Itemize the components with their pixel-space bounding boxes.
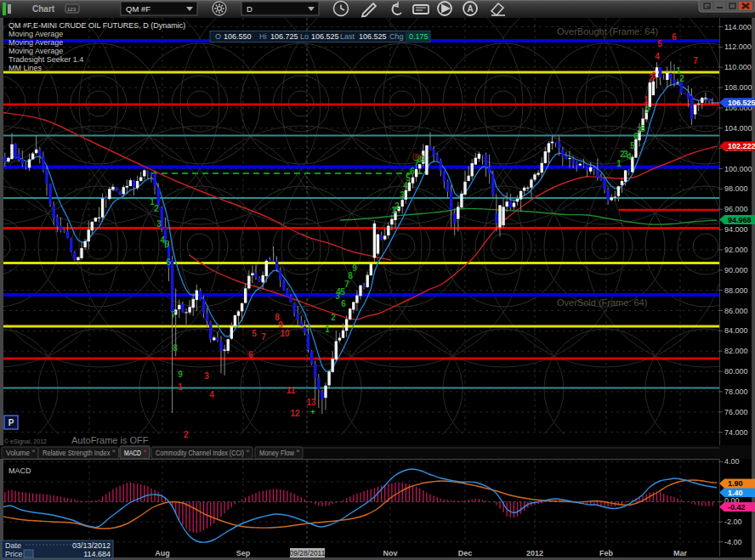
svg-text:9: 9 <box>644 105 650 115</box>
svg-text:-0.42: -0.42 <box>728 503 746 512</box>
svg-text:102.222: 102.222 <box>728 142 755 150</box>
svg-text:Price: Price <box>5 550 23 558</box>
svg-text:Tradesight Seeker 1.4: Tradesight Seeker 1.4 <box>9 55 83 64</box>
svg-text:7: 7 <box>344 280 349 289</box>
svg-text:10: 10 <box>280 329 290 338</box>
svg-text:106.525: 106.525 <box>311 32 339 41</box>
svg-text:104.000: 104.000 <box>724 124 752 133</box>
svg-text:MACD: MACD <box>124 449 141 457</box>
svg-text:8: 8 <box>640 124 645 133</box>
svg-text:96.000: 96.000 <box>724 205 748 213</box>
svg-text:106.525: 106.525 <box>728 99 755 107</box>
svg-text:×: × <box>296 447 300 455</box>
svg-text:1: 1 <box>325 325 330 334</box>
svg-text:12: 12 <box>290 409 300 418</box>
svg-text:3: 3 <box>651 71 656 81</box>
svg-text:1: 1 <box>178 382 183 392</box>
svg-text:6: 6 <box>166 257 171 267</box>
svg-text:4: 4 <box>655 52 660 61</box>
svg-text:×: × <box>112 447 116 455</box>
svg-text:OverSold (Frame: 64): OverSold (Frame: 64) <box>557 297 647 308</box>
svg-text:3: 3 <box>204 371 209 381</box>
svg-text:7: 7 <box>693 56 698 65</box>
svg-text:-2.00: -2.00 <box>724 518 742 526</box>
svg-text:100.000: 100.000 <box>724 165 752 173</box>
svg-text:9: 9 <box>352 263 357 273</box>
svg-text:2: 2 <box>154 204 159 213</box>
svg-text:1: 1 <box>616 159 622 168</box>
svg-text:Sep: Sep <box>236 549 251 557</box>
svg-text:1.90: 1.90 <box>728 479 743 488</box>
svg-text:0.175: 0.175 <box>409 32 429 41</box>
svg-text:112.000: 112.000 <box>724 42 752 51</box>
svg-text:OverBought (Frame: 64): OverBought (Frame: 64) <box>557 26 658 37</box>
svg-text:108.000: 108.000 <box>724 83 752 92</box>
svg-text:5: 5 <box>657 39 662 48</box>
svg-text:Chart: Chart <box>32 4 55 14</box>
svg-text:03/13/2012: 03/13/2012 <box>72 541 111 550</box>
svg-text:Relative Strength Index: Relative Strength Index <box>43 449 111 457</box>
svg-text:Moving Average: Moving Average <box>9 38 63 47</box>
svg-text:11: 11 <box>287 386 296 395</box>
svg-text:5: 5 <box>164 240 169 249</box>
svg-text:2: 2 <box>184 430 189 439</box>
svg-text:80.000: 80.000 <box>724 367 748 376</box>
svg-text:-4.00: -4.00 <box>724 538 742 546</box>
svg-text:92.000: 92.000 <box>724 246 748 254</box>
svg-text:Dec: Dec <box>458 549 473 557</box>
svg-text:Chg: Chg <box>389 32 404 41</box>
svg-text:123: 123 <box>67 7 77 12</box>
svg-text:74.000: 74.000 <box>724 428 748 437</box>
svg-text:×: × <box>143 447 147 455</box>
svg-text:3: 3 <box>400 190 405 200</box>
svg-text:Last: Last <box>340 32 355 41</box>
svg-text:13: 13 <box>306 398 316 407</box>
svg-text:P: P <box>9 418 14 427</box>
svg-text:98.000: 98.000 <box>724 184 748 193</box>
svg-text:Volume: Volume <box>6 449 30 457</box>
svg-text:×: × <box>31 447 36 455</box>
svg-text:8: 8 <box>173 343 178 353</box>
svg-text:110.000: 110.000 <box>724 63 752 71</box>
svg-text:106.725: 106.725 <box>270 32 298 41</box>
svg-text:84.000: 84.000 <box>724 326 748 335</box>
svg-text:90.000: 90.000 <box>724 266 748 274</box>
svg-text:+: + <box>310 408 315 416</box>
svg-text:QM #F,E-MINI CRUDE OIL FUTURES: QM #F,E-MINI CRUDE OIL FUTURES, D (Dynam… <box>9 21 185 30</box>
svg-text:88.000: 88.000 <box>724 286 748 295</box>
svg-text:76.000: 76.000 <box>724 408 748 416</box>
svg-text:Money Flow: Money Flow <box>259 449 295 457</box>
svg-text:2: 2 <box>395 201 400 211</box>
svg-text:Feb: Feb <box>599 549 614 557</box>
svg-text:7: 7 <box>171 310 176 320</box>
svg-text:×: × <box>246 447 250 455</box>
svg-text:3: 3 <box>156 219 162 229</box>
svg-text:94.000: 94.000 <box>724 225 748 234</box>
svg-text:4: 4 <box>627 152 632 161</box>
svg-text:1: 1 <box>644 95 649 105</box>
svg-text:D: D <box>247 4 253 14</box>
svg-text:9: 9 <box>178 370 183 379</box>
svg-text:09/28/2011: 09/28/2011 <box>290 549 326 557</box>
svg-text:Lo: Lo <box>300 32 309 41</box>
svg-text:Nov: Nov <box>383 549 397 557</box>
svg-text:5: 5 <box>630 141 635 150</box>
svg-text:A: A <box>467 4 473 14</box>
svg-text:MM Lines: MM Lines <box>9 64 43 72</box>
svg-text:4.00: 4.00 <box>724 457 740 466</box>
svg-text:© eSignal, 2012: © eSignal, 2012 <box>4 438 47 445</box>
svg-text:2012: 2012 <box>526 549 543 557</box>
svg-text:O: O <box>215 32 221 41</box>
svg-text:Commodity Channel Index (CCI): Commodity Channel Index (CCI) <box>156 449 244 457</box>
svg-text:6: 6 <box>672 32 677 42</box>
svg-text:6: 6 <box>248 350 253 359</box>
svg-text:Hi: Hi <box>259 32 267 41</box>
svg-text:106.525: 106.525 <box>359 32 387 41</box>
svg-text:(R): (R) <box>412 152 423 161</box>
svg-text:AutoFrame is OFF: AutoFrame is OFF <box>71 435 149 445</box>
svg-text:Aug: Aug <box>155 549 170 557</box>
svg-text:86.000: 86.000 <box>724 307 748 315</box>
svg-text:Moving Average: Moving Average <box>9 47 63 55</box>
svg-text:Moving Average: Moving Average <box>9 30 63 38</box>
svg-text:MACD: MACD <box>9 467 31 475</box>
